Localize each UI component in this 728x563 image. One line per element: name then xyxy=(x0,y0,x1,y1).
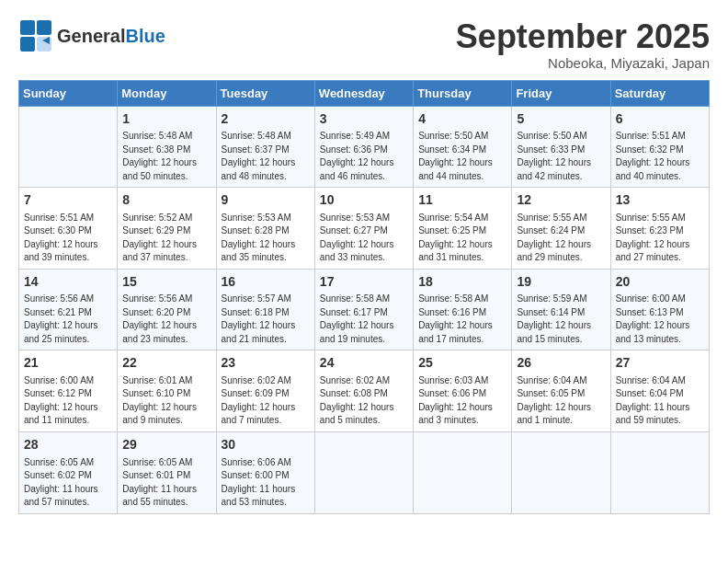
day-number: 14 xyxy=(24,273,112,292)
calendar-cell: 25Sunrise: 6:03 AM Sunset: 6:06 PM Dayli… xyxy=(414,350,512,432)
calendar-cell: 18Sunrise: 5:58 AM Sunset: 6:16 PM Dayli… xyxy=(414,269,512,350)
day-info: Sunrise: 5:51 AM Sunset: 6:30 PM Dayligh… xyxy=(24,212,112,265)
calendar-cell: 6Sunrise: 5:51 AM Sunset: 6:32 PM Daylig… xyxy=(610,106,709,188)
day-info: Sunrise: 5:58 AM Sunset: 6:16 PM Dayligh… xyxy=(418,293,506,346)
day-number: 29 xyxy=(122,436,210,454)
calendar-cell: 2Sunrise: 5:48 AM Sunset: 6:37 PM Daylig… xyxy=(216,106,314,188)
day-number: 28 xyxy=(24,436,112,454)
logo: GeneralBlue xyxy=(18,18,165,53)
calendar-cell: 12Sunrise: 5:55 AM Sunset: 6:24 PM Dayli… xyxy=(512,188,610,270)
day-info: Sunrise: 5:56 AM Sunset: 6:20 PM Dayligh… xyxy=(122,293,210,346)
day-number: 23 xyxy=(222,354,310,373)
day-info: Sunrise: 5:55 AM Sunset: 6:24 PM Dayligh… xyxy=(517,212,605,265)
day-number: 11 xyxy=(418,191,506,210)
calendar-cell: 21Sunrise: 6:00 AM Sunset: 6:12 PM Dayli… xyxy=(19,350,118,432)
day-info: Sunrise: 5:54 AM Sunset: 6:25 PM Dayligh… xyxy=(418,212,506,265)
svg-rect-1 xyxy=(37,20,51,35)
day-number: 21 xyxy=(24,354,112,373)
calendar-cell: 9Sunrise: 5:53 AM Sunset: 6:28 PM Daylig… xyxy=(216,188,314,270)
calendar-cell: 8Sunrise: 5:52 AM Sunset: 6:29 PM Daylig… xyxy=(118,188,216,270)
day-number: 13 xyxy=(616,191,704,210)
calendar-cell: 24Sunrise: 6:02 AM Sunset: 6:08 PM Dayli… xyxy=(314,350,413,432)
col-header-sunday: Sunday xyxy=(19,80,118,106)
location-subtitle: Nobeoka, Miyazaki, Japan xyxy=(456,55,710,71)
day-info: Sunrise: 5:52 AM Sunset: 6:29 PM Dayligh… xyxy=(122,212,210,265)
calendar-cell: 13Sunrise: 5:55 AM Sunset: 6:23 PM Dayli… xyxy=(610,188,709,270)
calendar-cell xyxy=(610,431,709,513)
day-info: Sunrise: 6:05 AM Sunset: 6:02 PM Dayligh… xyxy=(24,456,112,510)
svg-rect-0 xyxy=(20,20,35,35)
month-title: September 2025 xyxy=(456,18,710,55)
day-info: Sunrise: 5:57 AM Sunset: 6:18 PM Dayligh… xyxy=(222,293,310,346)
day-info: Sunrise: 5:55 AM Sunset: 6:23 PM Dayligh… xyxy=(616,212,704,265)
day-info: Sunrise: 6:03 AM Sunset: 6:06 PM Dayligh… xyxy=(418,374,506,428)
week-row-5: 28Sunrise: 6:05 AM Sunset: 6:02 PM Dayli… xyxy=(19,431,710,513)
day-info: Sunrise: 5:48 AM Sunset: 6:38 PM Dayligh… xyxy=(122,130,210,183)
day-number: 30 xyxy=(222,436,310,454)
day-number: 3 xyxy=(320,110,408,129)
day-number: 16 xyxy=(222,273,310,292)
calendar-cell: 15Sunrise: 5:56 AM Sunset: 6:20 PM Dayli… xyxy=(118,269,216,350)
week-row-2: 7Sunrise: 5:51 AM Sunset: 6:30 PM Daylig… xyxy=(19,188,710,270)
col-header-thursday: Thursday xyxy=(414,80,512,106)
week-row-4: 21Sunrise: 6:00 AM Sunset: 6:12 PM Dayli… xyxy=(19,350,710,432)
day-number: 4 xyxy=(418,110,506,129)
day-number: 26 xyxy=(517,354,605,373)
day-info: Sunrise: 5:48 AM Sunset: 6:37 PM Dayligh… xyxy=(222,130,310,183)
day-number: 24 xyxy=(320,354,408,373)
calendar-header-row: SundayMondayTuesdayWednesdayThursdayFrid… xyxy=(19,80,710,106)
day-number: 5 xyxy=(517,110,605,129)
day-info: Sunrise: 6:06 AM Sunset: 6:00 PM Dayligh… xyxy=(222,456,310,510)
day-number: 18 xyxy=(418,273,506,292)
day-info: Sunrise: 6:00 AM Sunset: 6:13 PM Dayligh… xyxy=(616,293,704,346)
day-number: 27 xyxy=(616,354,704,373)
col-header-saturday: Saturday xyxy=(610,80,709,106)
calendar-cell: 23Sunrise: 6:02 AM Sunset: 6:09 PM Dayli… xyxy=(216,350,314,432)
day-info: Sunrise: 5:50 AM Sunset: 6:33 PM Dayligh… xyxy=(517,130,605,183)
day-number: 8 xyxy=(122,191,210,210)
day-number: 17 xyxy=(320,273,408,292)
calendar-cell: 30Sunrise: 6:06 AM Sunset: 6:00 PM Dayli… xyxy=(216,431,314,513)
day-info: Sunrise: 6:05 AM Sunset: 6:01 PM Dayligh… xyxy=(122,456,210,510)
day-number: 22 xyxy=(122,354,210,373)
calendar-cell: 29Sunrise: 6:05 AM Sunset: 6:01 PM Dayli… xyxy=(118,431,216,513)
calendar-cell xyxy=(414,431,512,513)
day-number: 12 xyxy=(517,191,605,210)
day-info: Sunrise: 5:49 AM Sunset: 6:36 PM Dayligh… xyxy=(320,130,408,183)
calendar-cell: 11Sunrise: 5:54 AM Sunset: 6:25 PM Dayli… xyxy=(414,188,512,270)
day-info: Sunrise: 5:53 AM Sunset: 6:27 PM Dayligh… xyxy=(320,212,408,265)
calendar-cell: 17Sunrise: 5:58 AM Sunset: 6:17 PM Dayli… xyxy=(314,269,413,350)
col-header-tuesday: Tuesday xyxy=(216,80,314,106)
day-number: 2 xyxy=(222,110,310,129)
day-info: Sunrise: 5:50 AM Sunset: 6:34 PM Dayligh… xyxy=(418,130,506,183)
svg-rect-2 xyxy=(20,37,35,52)
logo-blue: Blue xyxy=(125,26,165,46)
calendar-cell: 4Sunrise: 5:50 AM Sunset: 6:34 PM Daylig… xyxy=(414,106,512,188)
week-row-3: 14Sunrise: 5:56 AM Sunset: 6:21 PM Dayli… xyxy=(19,269,710,350)
day-number: 19 xyxy=(517,273,605,292)
day-info: Sunrise: 5:58 AM Sunset: 6:17 PM Dayligh… xyxy=(320,293,408,346)
day-info: Sunrise: 5:51 AM Sunset: 6:32 PM Dayligh… xyxy=(616,130,704,183)
week-row-1: 1Sunrise: 5:48 AM Sunset: 6:38 PM Daylig… xyxy=(19,106,710,188)
day-info: Sunrise: 5:53 AM Sunset: 6:28 PM Dayligh… xyxy=(222,212,310,265)
day-info: Sunrise: 5:56 AM Sunset: 6:21 PM Dayligh… xyxy=(24,293,112,346)
day-info: Sunrise: 6:02 AM Sunset: 6:09 PM Dayligh… xyxy=(222,374,310,428)
calendar-cell: 3Sunrise: 5:49 AM Sunset: 6:36 PM Daylig… xyxy=(314,106,413,188)
col-header-friday: Friday xyxy=(512,80,610,106)
col-header-wednesday: Wednesday xyxy=(314,80,413,106)
day-number: 10 xyxy=(320,191,408,210)
calendar-cell: 10Sunrise: 5:53 AM Sunset: 6:27 PM Dayli… xyxy=(314,188,413,270)
day-number: 20 xyxy=(616,273,704,292)
day-info: Sunrise: 6:02 AM Sunset: 6:08 PM Dayligh… xyxy=(320,374,408,428)
day-number: 25 xyxy=(418,354,506,373)
calendar-cell xyxy=(512,431,610,513)
calendar-cell xyxy=(19,106,118,188)
calendar-cell: 20Sunrise: 6:00 AM Sunset: 6:13 PM Dayli… xyxy=(610,269,709,350)
day-info: Sunrise: 6:04 AM Sunset: 6:05 PM Dayligh… xyxy=(517,374,605,428)
calendar-cell xyxy=(314,431,413,513)
day-info: Sunrise: 6:00 AM Sunset: 6:12 PM Dayligh… xyxy=(24,374,112,428)
day-number: 15 xyxy=(122,273,210,292)
day-info: Sunrise: 6:04 AM Sunset: 6:04 PM Dayligh… xyxy=(616,374,704,428)
calendar-cell: 1Sunrise: 5:48 AM Sunset: 6:38 PM Daylig… xyxy=(118,106,216,188)
calendar-cell: 16Sunrise: 5:57 AM Sunset: 6:18 PM Dayli… xyxy=(216,269,314,350)
